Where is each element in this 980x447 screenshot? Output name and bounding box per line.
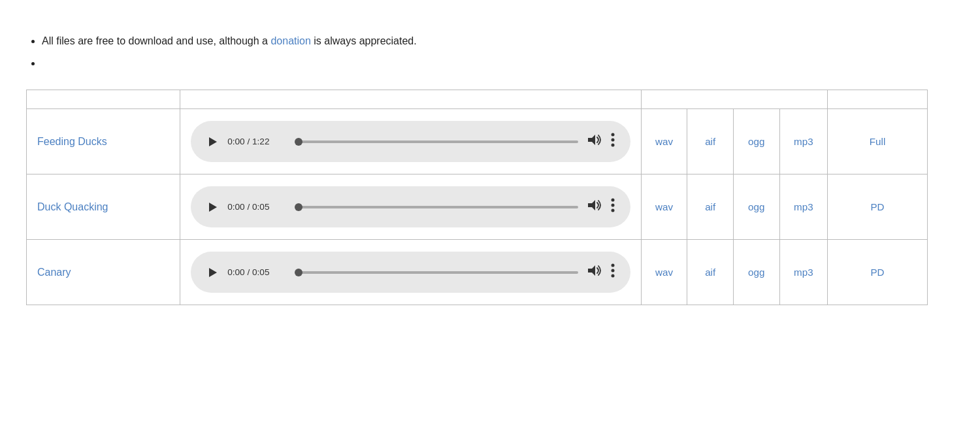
player-cell: 0:00 / 0:05 <box>180 174 642 240</box>
download-mp3-link[interactable]: mp3 <box>794 267 813 278</box>
progress-bar[interactable] <box>299 206 578 208</box>
svg-point-2 <box>611 133 614 137</box>
volume-icon[interactable] <box>587 265 602 280</box>
permission-link[interactable]: PD <box>870 267 884 278</box>
play-button[interactable] <box>206 267 218 278</box>
permission-cell: PD <box>828 174 928 240</box>
permission-link[interactable]: PD <box>870 201 884 212</box>
svg-marker-11 <box>588 265 595 276</box>
download-wav-link[interactable]: wav <box>655 136 673 147</box>
download-ogg-cell: ogg <box>733 109 779 174</box>
download-mp3-cell: mp3 <box>779 240 828 305</box>
title-cell: Canary <box>27 240 180 305</box>
download-aif-cell: aif <box>687 240 734 305</box>
title-cell: Feeding Ducks <box>27 109 180 174</box>
info-item-2 <box>42 55 954 72</box>
title-header <box>27 90 180 109</box>
table-row: Duck Quacking 0:00 / 0:05 wavaifoggmp3PD <box>27 174 928 240</box>
title-link[interactable]: Canary <box>37 267 71 278</box>
download-wav-link[interactable]: wav <box>655 267 673 278</box>
play-button[interactable] <box>206 136 218 148</box>
download-aif-cell: aif <box>687 109 734 174</box>
play-button[interactable] <box>206 201 218 213</box>
table-row: Feeding Ducks 0:00 / 1:22 wavaifoggmp3Fu… <box>27 109 928 174</box>
permission-cell: PD <box>828 240 928 305</box>
svg-point-13 <box>611 269 614 273</box>
info-item-1: All files are free to download and use, … <box>42 33 954 50</box>
download-ogg-link[interactable]: ogg <box>748 201 764 212</box>
download-wav-cell: wav <box>641 240 687 305</box>
svg-point-14 <box>611 274 614 278</box>
more-options-icon[interactable] <box>611 133 615 150</box>
volume-icon[interactable] <box>587 199 602 214</box>
more-options-icon[interactable] <box>611 263 615 281</box>
svg-point-7 <box>611 199 614 202</box>
player-cell: 0:00 / 1:22 <box>180 109 642 174</box>
progress-bar[interactable] <box>299 141 578 143</box>
svg-marker-5 <box>209 203 217 212</box>
title-link[interactable]: Duck Quacking <box>37 201 108 212</box>
table-row: Canary 0:00 / 0:05 wavaifoggmp3PD <box>27 240 928 305</box>
svg-point-4 <box>611 144 614 147</box>
svg-marker-1 <box>588 135 595 145</box>
download-files-header <box>641 90 827 109</box>
svg-point-12 <box>611 264 614 267</box>
download-mp3-link[interactable]: mp3 <box>794 136 813 147</box>
download-ogg-cell: ogg <box>733 174 779 240</box>
download-aif-link[interactable]: aif <box>705 136 715 147</box>
download-aif-link[interactable]: aif <box>705 201 715 212</box>
download-ogg-link[interactable]: ogg <box>748 136 764 147</box>
download-aif-cell: aif <box>687 174 734 240</box>
svg-point-8 <box>611 204 614 207</box>
svg-marker-0 <box>209 137 217 146</box>
info-list: All files are free to download and use, … <box>42 33 954 71</box>
permission-header <box>828 90 928 109</box>
download-aif-link[interactable]: aif <box>705 267 715 278</box>
progress-bar[interactable] <box>299 271 578 274</box>
download-mp3-cell: mp3 <box>779 109 828 174</box>
svg-point-3 <box>611 139 614 142</box>
svg-marker-10 <box>209 268 217 277</box>
volume-icon[interactable] <box>587 134 602 149</box>
time-display: 0:00 / 0:05 <box>227 202 289 212</box>
sound-effects-table: Feeding Ducks 0:00 / 1:22 wavaifoggmp3Fu… <box>26 90 928 305</box>
download-mp3-cell: mp3 <box>779 174 828 240</box>
download-wav-link[interactable]: wav <box>655 201 673 212</box>
download-mp3-link[interactable]: mp3 <box>794 201 813 212</box>
download-wav-cell: wav <box>641 109 687 174</box>
info-text-before: All files are free to download and use, … <box>42 35 270 46</box>
svg-point-9 <box>611 209 614 212</box>
donation-link[interactable]: donation <box>270 35 310 46</box>
download-ogg-cell: ogg <box>733 240 779 305</box>
more-options-icon[interactable] <box>611 198 615 216</box>
svg-marker-6 <box>588 200 595 210</box>
title-cell: Duck Quacking <box>27 174 180 240</box>
permission-link[interactable]: Full <box>870 136 885 147</box>
permission-cell: Full <box>828 109 928 174</box>
time-display: 0:00 / 0:05 <box>227 267 289 277</box>
title-link[interactable]: Feeding Ducks <box>37 136 107 147</box>
info-text-after: is always appreciated. <box>311 35 417 46</box>
download-wav-cell: wav <box>641 174 687 240</box>
download-ogg-link[interactable]: ogg <box>748 267 764 278</box>
player-cell: 0:00 / 0:05 <box>180 240 642 305</box>
player-header <box>180 90 642 109</box>
time-display: 0:00 / 1:22 <box>227 137 289 146</box>
